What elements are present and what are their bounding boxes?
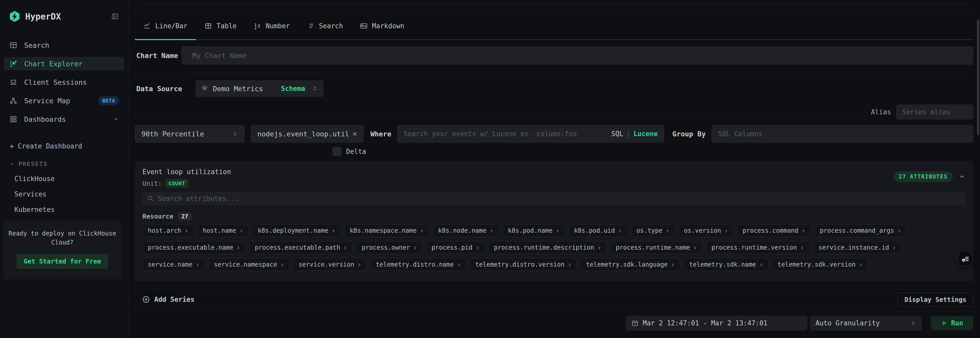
preset-item-clickhouse[interactable]: ClickHouse <box>0 175 128 182</box>
display-settings-button[interactable]: Display Settings <box>897 293 973 306</box>
sidebar-item-chart-explorer[interactable]: Chart Explorer <box>4 57 124 70</box>
chevron-right-icon: › <box>343 244 347 251</box>
attribute-chip[interactable]: k8s.pod.name› <box>503 224 565 237</box>
attribute-chip[interactable]: host.name› <box>197 224 249 237</box>
attribute-chip[interactable]: service.namespace› <box>208 258 290 271</box>
sidebar-item-search[interactable]: Search <box>4 38 124 52</box>
granularity-select[interactable]: Auto Granularity <box>810 316 922 330</box>
attribute-chip-label: telemetry.sdk.version <box>778 261 856 268</box>
sidebar-item-service-map[interactable]: Service Map BETA <box>4 94 124 107</box>
sidebar-item-label: Search <box>24 41 49 49</box>
preset-item-services[interactable]: Services <box>0 190 128 198</box>
attribute-chip[interactable]: process.owner› <box>356 241 423 254</box>
attribute-chip[interactable]: telemetry.sdk.version› <box>772 258 868 271</box>
chart-name-input[interactable]: My Chart Name <box>181 46 973 65</box>
attribute-chip[interactable]: telemetry.sdk.language› <box>581 258 680 271</box>
hyperdx-logo-icon[interactable] <box>9 10 21 22</box>
data-source-select[interactable]: Demo Metrics Schema <box>196 80 323 97</box>
add-series-button[interactable]: Add Series <box>142 295 195 303</box>
alias-placeholder: Series alias <box>902 108 950 116</box>
tab-line-bar[interactable]: Line/Bar <box>135 13 196 39</box>
attribute-chip[interactable]: k8s.node.name› <box>433 224 499 237</box>
metric-tag[interactable]: nodejs.event_loop.util × <box>251 125 364 143</box>
alias-input[interactable]: Series alias <box>896 105 973 119</box>
beta-badge: BETA <box>99 96 119 105</box>
attribute-chip[interactable]: process.pid› <box>426 241 485 254</box>
attribute-chip[interactable]: service.instance.id› <box>813 241 902 254</box>
where-input[interactable]: Search your events w/ Lucene ex. column:… <box>397 125 664 143</box>
chevron-right-icon: › <box>759 261 763 268</box>
attribute-search-placeholder: Search attributes... <box>158 195 238 202</box>
attribute-chip[interactable]: k8s.deployment.name› <box>252 224 340 237</box>
collapse-attributes-icon[interactable] <box>958 173 966 180</box>
vertical-scrollbar-thumb[interactable] <box>977 19 979 135</box>
attribute-chip[interactable]: process.runtime.version› <box>706 241 810 254</box>
logo-row: HyperDX <box>0 0 128 22</box>
alias-row: Alias Series alias <box>135 105 973 119</box>
panel-header-left: Event loop utilization Unit: COUNT <box>142 168 231 188</box>
chevron-right-icon: › <box>859 261 863 268</box>
tab-search[interactable]: Search <box>298 13 352 39</box>
chart-name-placeholder: My Chart Name <box>192 52 247 60</box>
sidebar-item-label: Chart Explorer <box>24 60 83 68</box>
get-started-button[interactable]: Get Started for Free <box>16 254 108 269</box>
attribute-chip[interactable]: process.command_args› <box>815 224 907 237</box>
select-chevrons-icon <box>312 86 318 92</box>
attribute-chip[interactable]: service.name› <box>142 258 205 271</box>
attribute-chip[interactable]: k8s.pod.uid› <box>569 224 628 237</box>
chevron-right-icon: › <box>724 227 728 234</box>
delta-checkbox[interactable] <box>332 147 341 156</box>
chevron-right-icon: › <box>801 227 805 234</box>
attribute-chip[interactable]: k8s.namespace.name› <box>345 224 430 237</box>
attributes-count-badge: 27 ATTRIBUTES <box>894 171 953 182</box>
create-dashboard-button[interactable]: + Create Dashboard <box>0 142 128 150</box>
attribute-chip[interactable]: os.type› <box>631 224 675 237</box>
language-separator: | <box>627 130 631 138</box>
presets-label: PRESETS <box>19 161 48 167</box>
attribute-chip-label: k8s.node.name <box>438 227 487 234</box>
lucene-toggle[interactable]: Lucene <box>633 130 658 138</box>
sidebar-item-dashboards[interactable]: Dashboards <box>4 113 124 126</box>
attribute-chip[interactable]: process.runtime.description› <box>488 241 607 254</box>
group-by-input[interactable]: SQL Columns <box>711 125 973 143</box>
remove-metric-icon[interactable]: × <box>352 130 357 138</box>
attribute-chip[interactable]: host.arch› <box>142 224 194 237</box>
laptop-icon <box>9 78 18 86</box>
attribute-chip[interactable]: service.version› <box>293 258 367 271</box>
preset-item-kubernetes[interactable]: Kubernetes <box>0 206 128 213</box>
tab-number[interactable]: 1 2 3 Number <box>245 13 299 39</box>
date-range-picker[interactable]: Mar 2 12:47:01 - Mar 2 13:47:01 <box>626 316 807 330</box>
tab-table[interactable]: Table <box>196 13 245 39</box>
attribute-chip-label: service.name <box>148 261 192 268</box>
delta-label[interactable]: Delta <box>346 148 366 156</box>
attribute-chip[interactable]: process.runtime.name› <box>610 241 703 254</box>
aggregation-value: 90th Percentile <box>142 130 204 138</box>
attribute-chip[interactable]: process.executable.path› <box>249 241 353 254</box>
sql-toggle[interactable]: SQL <box>611 130 624 138</box>
floating-widget-button[interactable] <box>957 251 973 267</box>
attribute-chip-label: service.namespace <box>214 261 277 268</box>
chevron-right-icon: › <box>475 244 479 251</box>
sidebar-collapse-icon[interactable] <box>111 13 119 20</box>
actions-row: Add Series Display Settings <box>135 293 973 306</box>
attribute-chip[interactable]: process.executable.name› <box>142 241 246 254</box>
attribute-chip[interactable]: os.version› <box>678 224 733 237</box>
chevron-up-icon[interactable] <box>113 116 119 122</box>
chevron-right-icon: › <box>618 227 622 234</box>
attribute-chip-label: process.command <box>743 227 798 234</box>
attribute-chip-label: telemetry.sdk.language <box>586 261 668 268</box>
attribute-chip[interactable]: process.command› <box>737 224 811 237</box>
aggregation-select[interactable]: 90th Percentile <box>135 125 245 143</box>
attribute-search-input[interactable]: Search attributes... <box>142 192 966 205</box>
presets-toggle[interactable]: PRESETS <box>0 161 128 167</box>
sidebar-item-client-sessions[interactable]: Client Sessions <box>4 76 124 89</box>
attribute-chip[interactable]: telemetry.distro.version› <box>470 258 577 271</box>
attribute-chip[interactable]: telemetry.distro.name› <box>371 258 466 271</box>
run-button[interactable]: Run <box>931 316 973 330</box>
chevron-right-icon: › <box>280 261 284 268</box>
play-icon <box>941 320 948 327</box>
schema-link[interactable]: Schema <box>281 85 305 92</box>
attribute-chip[interactable]: telemetry.sdk.name› <box>684 258 769 271</box>
attribute-chip-label: os.type <box>636 227 662 234</box>
tab-markdown[interactable]: Markdown <box>352 13 413 39</box>
